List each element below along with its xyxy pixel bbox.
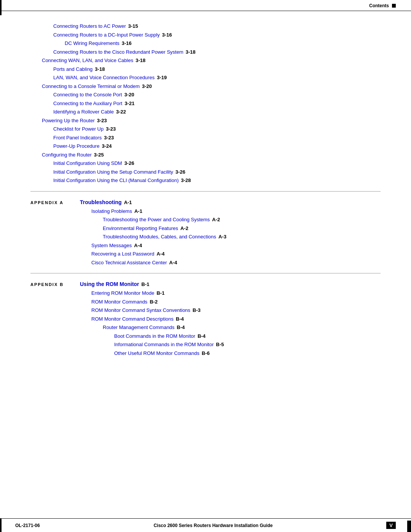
bottom-right-border	[407, 521, 411, 532]
toc-page: 3-26	[175, 168, 185, 176]
toc-page: B-4	[177, 324, 185, 331]
toc-page: 3-23	[97, 117, 107, 125]
footer-title: Cisco 2600 Series Routers Hardware Insta…	[154, 523, 273, 528]
toc-entry: Boot Commands in the ROM MonitorB-4	[114, 332, 381, 340]
appendix-page: A-1	[124, 200, 132, 205]
toc-link[interactable]: Troubleshooting the Power and Cooling Sy…	[103, 216, 210, 224]
toc-entry: ROM Monitor CommandsB-2	[91, 298, 381, 306]
toc-link[interactable]: Cisco Technical Assistance Center	[91, 259, 167, 267]
toc-entry: Connecting WAN, LAN, and Voice Cables3-1…	[42, 57, 381, 64]
toc-entry: Entering ROM Monitor ModeB-1	[91, 289, 381, 297]
toc-entry: Initial Configuration Using SDM3-26	[53, 160, 381, 167]
toc-link[interactable]: Informational Commands in the ROM Monito…	[114, 341, 214, 348]
page: Contents Connecting Routers to AC Power3…	[0, 0, 411, 532]
toc-entry: Front Panel Indicators3-23	[53, 134, 381, 142]
toc-entry: Informational Commands in the ROM Monito…	[114, 341, 381, 348]
toc-link[interactable]: ROM Monitor Command Descriptions	[91, 315, 174, 323]
toc-entry: Checklist for Power Up3-23	[53, 125, 381, 133]
toc-link[interactable]: Troubleshooting Modules, Cables, and Con…	[103, 233, 216, 241]
toc-link[interactable]: Connecting Routers to the Cisco Redundan…	[53, 48, 183, 56]
toc-page: B-1	[156, 289, 164, 297]
toc-link[interactable]: Checklist for Power Up	[53, 125, 104, 133]
toc-entry: Cisco Technical Assistance CenterA-4	[91, 259, 381, 267]
toc-link[interactable]: Connecting to a Console Terminal or Mode…	[42, 83, 140, 90]
toc-link[interactable]: Initial Configuration Using SDM	[53, 160, 122, 167]
toc-entry: Powering Up the Router3-23	[42, 117, 381, 125]
appendix-title-link[interactable]: Using the ROM Monitor	[80, 281, 139, 287]
toc-page: 3-23	[106, 125, 116, 133]
toc-entry: Power-Up Procedure3-24	[53, 142, 381, 150]
toc-link[interactable]: Connecting Routers to AC Power	[53, 22, 126, 30]
toc-entry: Connecting to the Console Port3-20	[53, 91, 381, 99]
appendices-container: APPENDIX ATroubleshootingA-1Isolating Pr…	[30, 199, 381, 357]
toc-link[interactable]: DC Wiring Requirements	[65, 40, 119, 47]
toc-link[interactable]: Identifying a Rollover Cable	[53, 108, 114, 116]
toc-link[interactable]: Environmental Reporting Features	[103, 225, 178, 232]
toc-page: A-4	[169, 259, 177, 267]
appendix-header-appendix-a: APPENDIX ATroubleshootingA-1	[30, 199, 381, 205]
toc-page: 3-19	[157, 74, 167, 81]
toc-page: 3-18	[95, 66, 105, 73]
toc-link[interactable]: Power-Up Procedure	[53, 142, 99, 150]
toc-page: 3-20	[124, 91, 134, 99]
toc-link[interactable]: System Messages	[91, 242, 132, 249]
footer-bar: OL-2171-06 Cisco 2600 Series Routers Har…	[0, 518, 411, 532]
toc-link[interactable]: Connecting to the Auxiliary Port	[53, 100, 122, 107]
toc-link[interactable]: Isolating Problems	[91, 208, 132, 215]
toc-link[interactable]: Router Management Commands	[103, 324, 175, 331]
toc-page: 3-18	[135, 57, 145, 64]
toc-link[interactable]: Connecting Routers to a DC-Input Power S…	[53, 31, 160, 39]
toc-link[interactable]: Connecting WAN, LAN, and Voice Cables	[42, 57, 133, 64]
toc-entry: Initial Configuration Using the CLI (Man…	[53, 177, 381, 184]
appendix-title-link[interactable]: Troubleshooting	[80, 199, 122, 205]
appendix-content: Isolating ProblemsA-1Troubleshooting the…	[80, 208, 381, 267]
toc-link[interactable]: Ports and Cabling	[53, 66, 92, 73]
toc-entry: Connecting to the Auxiliary Port3-21	[53, 100, 381, 107]
appendix-page: B-1	[142, 281, 150, 287]
appendix-label: APPENDIX A	[30, 200, 80, 205]
toc-link[interactable]: Boot Commands in the ROM Monitor	[114, 332, 195, 340]
toc-entry: ROM Monitor Command Syntax ConventionsB-…	[91, 307, 381, 314]
toc-page: B-2	[150, 298, 158, 306]
appendix-content: Entering ROM Monitor ModeB-1ROM Monitor …	[80, 289, 381, 357]
toc-link[interactable]: ROM Monitor Commands	[91, 298, 147, 306]
toc-entry: Recovering a Lost PasswordA-4	[91, 250, 381, 258]
toc-entry: Troubleshooting the Power and Cooling Sy…	[103, 216, 381, 224]
toc-link[interactable]: Initial Configuration Using the CLI (Man…	[53, 177, 179, 184]
toc-link[interactable]: Configuring the Router	[42, 151, 92, 159]
toc-entry: Other Useful ROM Monitor CommandsB-6	[114, 350, 381, 357]
toc-link[interactable]: Initial Configuration Using the Setup Co…	[53, 168, 173, 176]
toc-entry: LAN, WAN, and Voice Connection Procedure…	[53, 74, 381, 81]
toc-page: A-2	[180, 225, 188, 232]
toc-entry: System MessagesA-4	[91, 242, 381, 249]
section-divider-a	[30, 191, 381, 192]
toc-page: B-4	[198, 332, 206, 340]
toc-link[interactable]: Connecting to the Console Port	[53, 91, 122, 99]
toc-page: B-3	[193, 307, 201, 314]
top-left-border	[0, 0, 2, 15]
header-bar: Contents	[0, 0, 411, 11]
toc-page: 3-26	[124, 160, 134, 167]
toc-page: 3-20	[142, 83, 152, 90]
toc-link[interactable]: LAN, WAN, and Voice Connection Procedure…	[53, 74, 155, 81]
header-square	[392, 4, 396, 8]
toc-entry: Ports and Cabling3-18	[53, 66, 381, 73]
toc-entry: Identifying a Rollover Cable3-22	[53, 108, 381, 116]
toc-link[interactable]: Entering ROM Monitor Mode	[91, 289, 154, 297]
toc-entry: ROM Monitor Command DescriptionsB-4	[91, 315, 381, 323]
toc-entry: Troubleshooting Modules, Cables, and Con…	[103, 233, 381, 241]
toc-page: A-4	[156, 250, 164, 258]
toc-entry: Environmental Reporting FeaturesA-2	[103, 225, 381, 232]
toc-entry: DC Wiring Requirements3-16	[65, 40, 381, 47]
toc-link[interactable]: Front Panel Indicators	[53, 134, 102, 142]
toc-link[interactable]: Powering Up the Router	[42, 117, 95, 125]
toc-link[interactable]: ROM Monitor Command Syntax Conventions	[91, 307, 190, 314]
toc-page: 3-28	[181, 177, 191, 184]
toc-entry: Configuring the Router3-25	[42, 151, 381, 159]
toc-page: 3-22	[116, 108, 126, 116]
toc-link[interactable]: Recovering a Lost Password	[91, 250, 154, 258]
toc-entry: Connecting Routers to AC Power3-15	[53, 22, 381, 30]
header-label: Contents	[369, 3, 389, 8]
toc-page: 3-15	[128, 22, 138, 30]
toc-link[interactable]: Other Useful ROM Monitor Commands	[114, 350, 199, 357]
